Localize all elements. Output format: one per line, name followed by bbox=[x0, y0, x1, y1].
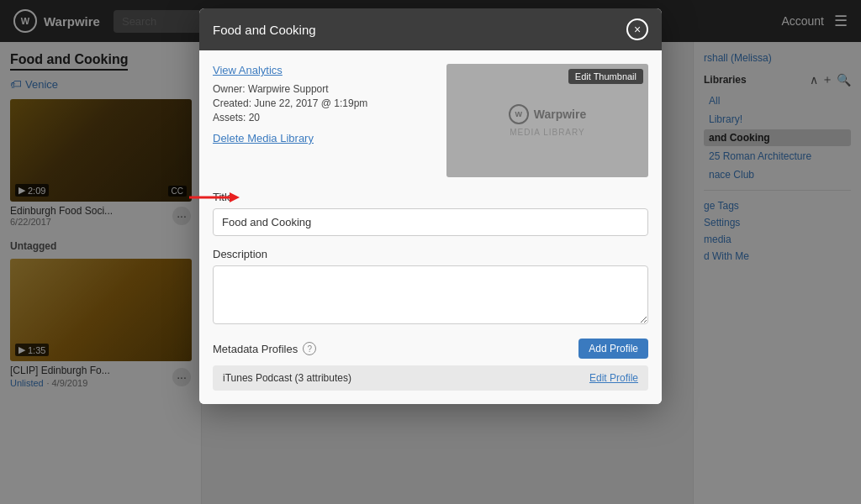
modal-header: Food and Cooking × bbox=[199, 8, 662, 50]
title-field-label: Title bbox=[213, 191, 648, 203]
profile-name: iTunes Podcast (3 attributes) bbox=[223, 372, 351, 384]
modal-body: View Analytics Owner: Warpwire Support C… bbox=[199, 50, 662, 404]
modal-close-button[interactable]: × bbox=[626, 18, 648, 40]
main-layout: Food and Cooking 🏷 Venice ▶ 2:09 CC Edin… bbox=[0, 42, 861, 504]
modal-owner: Owner: Warpwire Support bbox=[213, 83, 433, 95]
svg-marker-1 bbox=[230, 192, 240, 202]
modal-created: Created: June 22, 2017 @ 1:19pm bbox=[213, 97, 433, 109]
profiles-left: Metadata Profiles ? bbox=[213, 342, 316, 355]
modal-title: Food and Cooking bbox=[213, 23, 316, 37]
description-textarea[interactable] bbox=[213, 265, 648, 324]
profiles-help-icon[interactable]: ? bbox=[303, 342, 316, 355]
description-field-label: Description bbox=[213, 248, 648, 260]
delete-library-link[interactable]: Delete Media Library bbox=[213, 132, 433, 144]
modal-assets: Assets: 20 bbox=[213, 112, 433, 123]
edit-thumbnail-button[interactable]: Edit Thumbnail bbox=[568, 69, 643, 84]
thumbnail-logo-circle-icon: W bbox=[509, 104, 529, 124]
title-input[interactable] bbox=[213, 208, 648, 236]
media-library-modal: Food and Cooking × View Analytics Owner:… bbox=[199, 8, 662, 404]
thumbnail-logo-text: Warpwire bbox=[534, 108, 587, 121]
thumbnail-sub-text: MEDIA LIBRARY bbox=[510, 128, 585, 137]
view-analytics-link[interactable]: View Analytics bbox=[213, 64, 433, 76]
profile-row-itunes: iTunes Podcast (3 attributes) Edit Profi… bbox=[213, 365, 648, 391]
thumbnail-logo: W Warpwire bbox=[509, 104, 587, 124]
red-arrow-indicator bbox=[189, 189, 240, 206]
add-profile-button[interactable]: Add Profile bbox=[578, 339, 648, 359]
modal-info-section: View Analytics Owner: Warpwire Support C… bbox=[213, 64, 433, 177]
edit-profile-link[interactable]: Edit Profile bbox=[589, 372, 638, 384]
modal-top-row: View Analytics Owner: Warpwire Support C… bbox=[213, 64, 648, 177]
modal-thumbnail[interactable]: W Warpwire MEDIA LIBRARY Edit Thumbnail bbox=[446, 64, 648, 177]
profiles-label: Metadata Profiles bbox=[213, 343, 298, 355]
metadata-profiles-header: Metadata Profiles ? Add Profile bbox=[213, 339, 648, 359]
